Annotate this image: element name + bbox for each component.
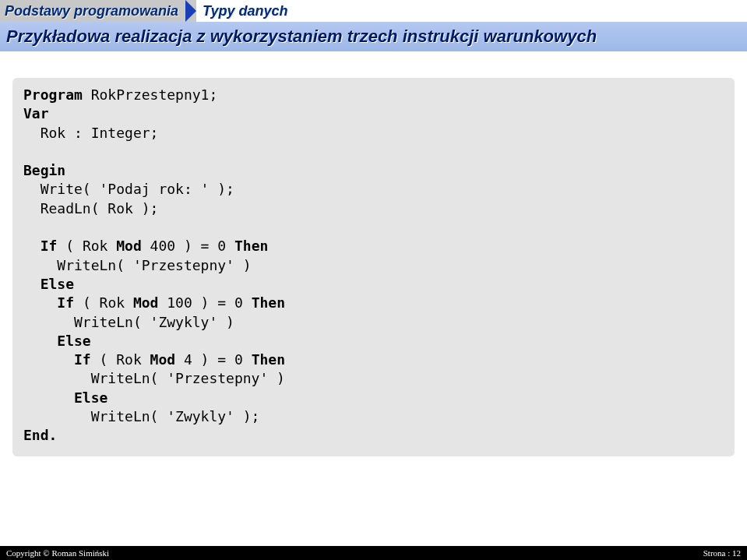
code-keyword: Mod (116, 238, 142, 254)
footer-bar: Copyright © Roman Simiński Strona : 12 (0, 546, 747, 560)
code-keyword: Program (23, 86, 83, 103)
code-keyword: Mod (150, 351, 176, 368)
code-text: 400 ) = 0 (142, 238, 234, 254)
breadcrumb-topic: Typy danych (196, 0, 295, 22)
code-keyword: Mod (133, 294, 159, 311)
code-keyword: Begin (23, 162, 65, 178)
code-keyword: Var (23, 105, 49, 122)
code-text (23, 351, 74, 368)
slide-content: Program RokPrzestepny1; Var Rok : Intege… (0, 51, 747, 469)
code-text: ( Rok (91, 351, 150, 368)
code-keyword: If (74, 351, 91, 368)
code-text (23, 294, 57, 311)
code-keyword: Else (57, 333, 90, 349)
code-keyword: End. (23, 427, 57, 443)
breadcrumb-separator (186, 0, 196, 22)
code-text: ReadLn( Rok ); (23, 200, 158, 217)
code-keyword: Else (74, 389, 107, 406)
breadcrumb-section: Podstawy programowania (0, 0, 186, 22)
code-text: WriteLn( 'Przestepny' ) (23, 257, 252, 273)
code-keyword: Then (252, 351, 285, 368)
code-text (23, 276, 41, 292)
code-text: Rok : Integer; (23, 125, 158, 141)
code-text: 100 ) = 0 (158, 294, 251, 311)
code-text (23, 333, 57, 349)
footer-page-number: Strona : 12 (703, 548, 741, 558)
chevron-right-icon (185, 0, 196, 22)
code-text: WriteLn( 'Zwykly' ) (23, 314, 234, 330)
code-text: ( Rok (74, 294, 133, 311)
code-keyword: If (57, 294, 74, 311)
code-block: Program RokPrzestepny1; Var Rok : Intege… (12, 78, 735, 456)
breadcrumb-bar: Podstawy programowania Typy danych (0, 0, 747, 22)
slide-title: Przykładowa realizacja z wykorzystaniem … (0, 22, 747, 51)
code-text: WriteLn( 'Zwykly' ); (23, 408, 259, 424)
code-text: ( Rok (57, 238, 116, 254)
code-text: WriteLn( 'Przestepny' ) (23, 370, 285, 386)
code-text (23, 238, 41, 254)
code-text: Write( 'Podaj rok: ' ); (23, 181, 234, 197)
code-keyword: If (41, 238, 58, 254)
code-keyword: Then (234, 238, 268, 254)
code-text: RokPrzestepny1; (83, 86, 217, 103)
code-keyword: Else (41, 276, 74, 292)
code-keyword: Then (252, 294, 285, 311)
footer-copyright: Copyright © Roman Simiński (6, 548, 109, 558)
code-text (23, 389, 74, 406)
code-text: 4 ) = 0 (175, 351, 252, 368)
